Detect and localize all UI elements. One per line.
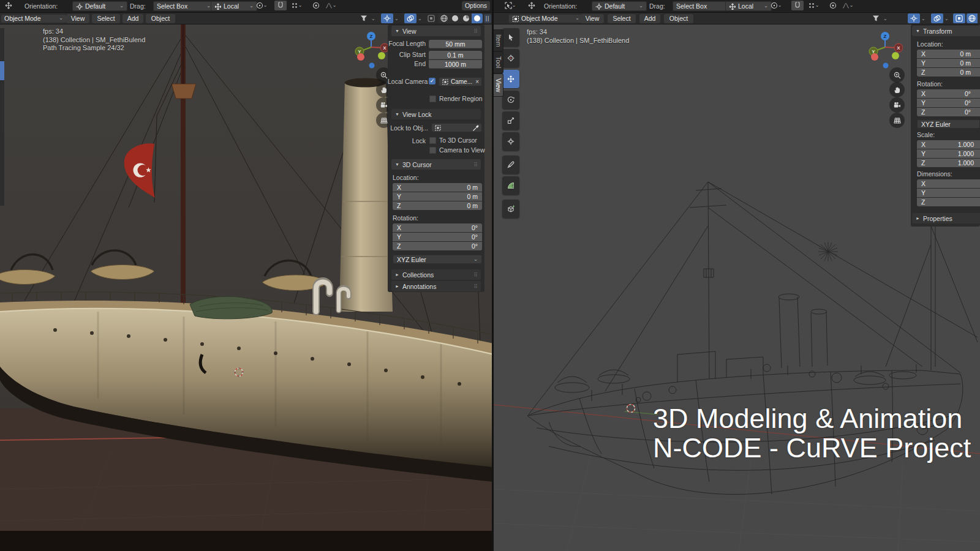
transform-scale-y-field[interactable]: Y1.000 [917,149,980,158]
menu-select[interactable]: Select [92,14,120,23]
shading-material-icon[interactable] [461,13,472,23]
close-icon[interactable]: × [475,78,479,85]
transform-loc-x-field[interactable]: X0 m [917,50,980,58]
left-toolbar-clipped[interactable] [0,28,4,206]
navigation-gizmo[interactable]: Z Y X [353,31,389,70]
falloff-curve-icon[interactable]: ⌄ [322,1,339,10]
tool-add-cube[interactable] [502,200,519,218]
xray-toggle-icon[interactable] [425,13,437,23]
chevron-down-icon[interactable]: ⌄ [944,16,949,21]
drag-dots-icon[interactable]: ⠿ [473,28,477,34]
snap-target-icon[interactable]: ⌄ [288,1,305,10]
tool-transform[interactable] [502,132,519,151]
active-tool-icon[interactable]: ⌄ [501,1,519,10]
snap-magnet-icon[interactable] [274,1,287,10]
navigation-gizmo[interactable]: Z Y X [867,31,903,70]
clip-start-field[interactable]: 0.1 m [429,51,482,59]
drag-dropdown[interactable]: Select Box⌄ [673,1,734,11]
transform-scale-x-field[interactable]: X1.000 [917,140,980,149]
object-type-visibility-icon[interactable] [870,13,882,23]
transform-dim-z-field[interactable]: Z [917,198,980,206]
pivot-point-dropdown[interactable]: Local⌄ [211,1,257,11]
perspective-toggle-icon[interactable] [889,113,905,128]
transform-dim-x-field[interactable]: X [917,179,980,188]
show-overlays-icon[interactable] [404,13,417,23]
menu-object[interactable]: Object [664,14,693,23]
pan-view-icon[interactable] [889,82,905,97]
transform-rot-y-field[interactable]: Y0° [917,99,980,107]
eyedropper-icon[interactable] [472,124,479,131]
tool-rotate[interactable] [502,91,519,109]
transform-rot-x-field[interactable]: X0° [917,89,980,98]
show-gizmo-icon[interactable] [381,13,393,23]
menu-view[interactable]: View [66,14,89,23]
editor-divider[interactable] [492,0,494,551]
menu-add[interactable]: Add [639,14,660,23]
lock-to-3d-cursor-checkbox[interactable] [429,137,436,144]
shading-rendered-icon[interactable] [472,13,483,23]
proportional-editing-icon[interactable] [310,1,322,10]
camera-view-dot[interactable] [883,63,889,69]
shading-solid-icon[interactable] [978,13,980,23]
tool-3d-cursor[interactable] [502,49,519,67]
zoom-view-icon[interactable] [889,67,905,83]
cursor-loc-z-field[interactable]: Z0 m [393,201,482,210]
wireframe-viewport-scene[interactable] [494,24,980,551]
menu-add[interactable]: Add [123,14,143,23]
proportional-editing-icon[interactable] [827,1,839,10]
drag-dots-icon[interactable]: ⠿ [473,162,477,168]
drag-dropdown[interactable]: Select Box⌄ [153,1,214,11]
shading-wireframe-icon[interactable] [967,13,978,23]
mode-dropdown[interactable]: Object Mode⌄ [1,14,67,23]
orientation-dropdown[interactable]: Default⌄ [592,1,647,11]
show-gizmo-icon[interactable] [908,13,920,23]
camera-view-icon[interactable] [889,97,905,113]
sidebar-tab-tool[interactable]: Tool [494,51,503,73]
snap-target-icon[interactable]: ⌄ [805,1,822,10]
cursor-section-header[interactable]: ▼3D Cursor⠿ [391,159,481,170]
transform-euler-dropdown[interactable]: XYZ Euler [917,119,980,129]
lock-to-object-field[interactable] [431,123,482,132]
chevron-down-icon[interactable]: ⌄ [883,16,888,21]
render-region-checkbox[interactable] [429,96,436,102]
tool-annotate[interactable] [502,156,519,174]
drag-dots-icon[interactable]: ⠿ [473,272,477,278]
options-button[interactable]: Options [462,1,490,10]
annotations-section-header[interactable]: ►Annotations⠿ [391,281,481,291]
tool-scale[interactable] [502,111,519,130]
drag-dots-icon[interactable]: ⠿ [473,283,477,290]
transform-pivot-icon[interactable]: ⌄ [254,1,270,10]
menu-object[interactable]: Object [146,14,175,23]
snap-magnet-icon[interactable] [791,1,804,10]
xray-toggle-icon[interactable] [953,13,965,23]
transform-dim-y-field[interactable]: Y [917,189,980,197]
mode-dropdown[interactable]: Object Mode⌄ [508,14,583,23]
focal-length-field[interactable]: 50 mm [429,40,482,48]
transform-pivot-icon[interactable]: ⌄ [768,1,784,10]
show-overlays-icon[interactable] [931,13,943,23]
clip-end-field[interactable]: 1000 m [429,60,482,69]
transform-loc-y-field[interactable]: Y0 m [917,59,980,67]
shading-solid-icon[interactable] [450,13,461,23]
transform-loc-z-field[interactable]: Z0 m [917,68,980,77]
chevron-down-icon[interactable]: ⌄ [921,16,925,21]
transform-section-header[interactable]: ▼Transform [912,26,980,36]
view-section-header[interactable]: ▼View⠿ [391,26,481,36]
menu-view[interactable]: View [581,14,604,23]
tool-select-box[interactable] [502,28,519,47]
transform-rot-z-field[interactable]: Z0° [917,108,980,116]
tool-move[interactable] [502,70,519,88]
cursor-rot-x-field[interactable]: X0° [393,223,482,232]
transform-scale-z-field[interactable]: Z1.000 [917,159,980,167]
orientation-dropdown[interactable]: Default⌄ [72,1,127,11]
cursor-rot-y-field[interactable]: Y0° [393,233,482,241]
cursor-euler-dropdown[interactable]: XYZ Euler⌄ [393,255,482,264]
sidebar-tab-view[interactable]: View [494,73,503,97]
local-camera-object-field[interactable]: Came... × [439,77,482,86]
chevron-down-icon[interactable]: ⌄ [371,16,375,21]
cursor-rot-z-field[interactable]: Z0° [393,242,482,250]
shading-wireframe-icon[interactable] [439,13,450,23]
cursor-loc-y-field[interactable]: Y0 m [393,192,482,201]
chevron-down-icon[interactable]: ⌄ [418,16,422,21]
tool-measure[interactable] [502,176,519,195]
